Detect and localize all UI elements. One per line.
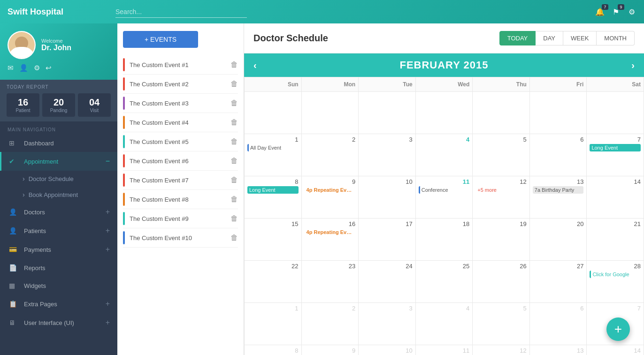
user-icon[interactable]: 👤	[19, 64, 28, 72]
calendar-day[interactable]	[415, 92, 473, 134]
calendar-day[interactable]: 2	[301, 303, 359, 345]
calendar-day[interactable]: 21	[587, 219, 644, 261]
doctors-expand-icon[interactable]: +	[106, 208, 110, 216]
event-delete-button[interactable]: 🗑	[230, 118, 238, 127]
calendar-day[interactable]: 15	[245, 219, 302, 261]
calendar-event[interactable]: 4p Repeating Ev…	[305, 186, 356, 194]
calendar-day[interactable]: 22	[245, 261, 302, 303]
sidebar-item-book-appointment[interactable]: Book Appointment	[0, 187, 117, 203]
calendar-day[interactable]: 8Long Event	[245, 176, 302, 219]
view-day-button[interactable]: DAY	[536, 31, 563, 45]
calendar-day[interactable]	[587, 92, 644, 134]
calendar-day[interactable]: 7Long Event	[587, 134, 644, 176]
sidebar-item-reports[interactable]: 📄 Reports	[0, 259, 117, 277]
event-delete-button[interactable]: 🗑	[230, 176, 238, 184]
calendar-day[interactable]	[301, 92, 359, 134]
calendar-event[interactable]: All Day Event	[247, 144, 299, 151]
calendar-day[interactable]: 11Conference	[415, 176, 473, 219]
settings-icon[interactable]: ⚙	[34, 64, 40, 72]
calendar-event[interactable]: Long Event	[247, 186, 299, 194]
search-input[interactable]	[115, 6, 247, 18]
view-week-button[interactable]: WEEK	[563, 31, 597, 45]
payments-expand-icon[interactable]: +	[106, 245, 110, 254]
appointment-collapse-icon[interactable]: −	[106, 157, 110, 166]
calendar-day[interactable]: 24	[359, 261, 416, 303]
event-delete-button[interactable]: 🗑	[230, 80, 238, 88]
calendar-day[interactable]: 5	[473, 134, 530, 176]
view-month-button[interactable]: MONTH	[597, 31, 635, 45]
bell-button[interactable]: 🔔 7	[595, 7, 605, 16]
calendar-day[interactable]: 14	[587, 176, 644, 219]
calendar-day[interactable]: 14	[587, 345, 644, 355]
calendar-day[interactable]: 28Click for Google	[587, 261, 644, 303]
fab-button[interactable]: +	[606, 317, 630, 341]
calendar-event[interactable]: +5 more	[475, 186, 527, 194]
calendar-day[interactable]: 25	[415, 261, 473, 303]
calendar-day[interactable]: 27	[529, 261, 587, 303]
calendar-day[interactable]: 13	[529, 345, 587, 355]
calendar-day[interactable]: 6	[529, 134, 587, 176]
logout-icon[interactable]: ↩	[46, 64, 52, 72]
calendar-day[interactable]: 10	[359, 176, 416, 219]
event-delete-button[interactable]: 🗑	[230, 214, 238, 223]
next-month-button[interactable]: ›	[631, 60, 635, 71]
calendar-day[interactable]	[245, 92, 302, 134]
sidebar-item-doctor-schedule[interactable]: Doctor Schedule	[0, 171, 117, 187]
sidebar-item-ui[interactable]: 🖥 User Interface (UI) +	[0, 313, 117, 332]
calendar-day[interactable]: 18	[415, 219, 473, 261]
calendar-day[interactable]: 6	[529, 303, 587, 345]
calendar-day[interactable]: 3	[359, 134, 416, 176]
calendar-day[interactable]: 164p Repeating Ev…	[301, 219, 359, 261]
event-delete-button[interactable]: 🗑	[230, 234, 238, 242]
sidebar-item-payments[interactable]: 💳 Payments +	[0, 240, 117, 259]
calendar-day[interactable]: 9	[301, 345, 359, 355]
event-delete-button[interactable]: 🗑	[230, 60, 238, 69]
calendar-day[interactable]: 11	[415, 345, 473, 355]
calendar-event[interactable]: Click for Google	[590, 271, 641, 278]
calendar-day[interactable]: 3	[359, 303, 416, 345]
calendar-day[interactable]: 12	[473, 345, 530, 355]
sidebar-item-patients[interactable]: 👤 Patients +	[0, 221, 117, 240]
calendar-day[interactable]: 23	[301, 261, 359, 303]
event-delete-button[interactable]: 🗑	[230, 99, 238, 107]
calendar-day[interactable]: 4	[415, 303, 473, 345]
ui-expand-icon[interactable]: +	[106, 318, 110, 327]
event-delete-button[interactable]: 🗑	[230, 157, 238, 165]
calendar-day[interactable]: 2	[301, 134, 359, 176]
event-delete-button[interactable]: 🗑	[230, 195, 238, 204]
calendar-day[interactable]	[359, 92, 416, 134]
calendar-day[interactable]: 12+5 more	[473, 176, 530, 219]
event-delete-button[interactable]: 🗑	[230, 137, 238, 146]
calendar-day[interactable]: 8	[245, 345, 302, 355]
sidebar-item-extra-pages[interactable]: 📋 Extra Pages +	[0, 295, 117, 313]
view-today-button[interactable]: TODAY	[499, 31, 536, 45]
calendar-day[interactable]: 26	[473, 261, 530, 303]
calendar-day[interactable]: 17	[359, 219, 416, 261]
calendar-day[interactable]	[473, 92, 530, 134]
flag-button[interactable]: ⚑ 9	[611, 7, 621, 16]
sidebar-item-dashboard[interactable]: ⊞ Dashboard	[0, 134, 117, 152]
prev-month-button[interactable]: ‹	[253, 60, 257, 71]
calendar-event[interactable]: 7a Birthday Party	[533, 186, 584, 194]
calendar-event[interactable]: 4p Repeating Ev…	[305, 228, 356, 236]
calendar-day[interactable]: 1	[245, 303, 302, 345]
calendar-event[interactable]: Long Event	[590, 144, 641, 151]
calendar-day[interactable]: 20	[529, 219, 587, 261]
sidebar-item-appointment[interactable]: ✔ Appointment −	[0, 152, 117, 171]
calendar-day[interactable]: 4	[415, 134, 473, 176]
extra-pages-expand-icon[interactable]: +	[106, 300, 110, 308]
calendar-day[interactable]	[529, 92, 587, 134]
calendar-day[interactable]: 5	[473, 303, 530, 345]
gear-icon[interactable]: ⚙	[627, 7, 636, 16]
message-icon[interactable]: ✉	[8, 64, 14, 72]
calendar-day[interactable]: 94p Repeating Ev…	[301, 176, 359, 219]
calendar-day[interactable]: 10	[359, 345, 416, 355]
calendar-event[interactable]: Conference	[419, 186, 470, 194]
sidebar-item-doctors[interactable]: 👤 Doctors +	[0, 203, 117, 221]
calendar-day[interactable]: 137a Birthday Party	[529, 176, 587, 219]
calendar-day[interactable]: 1All Day Event	[245, 134, 302, 176]
patients-expand-icon[interactable]: +	[106, 227, 110, 235]
calendar-day[interactable]: 19	[473, 219, 530, 261]
add-events-button[interactable]: + EVENTS	[123, 31, 198, 48]
sidebar-item-widgets[interactable]: ▦ Widgets	[0, 277, 117, 295]
